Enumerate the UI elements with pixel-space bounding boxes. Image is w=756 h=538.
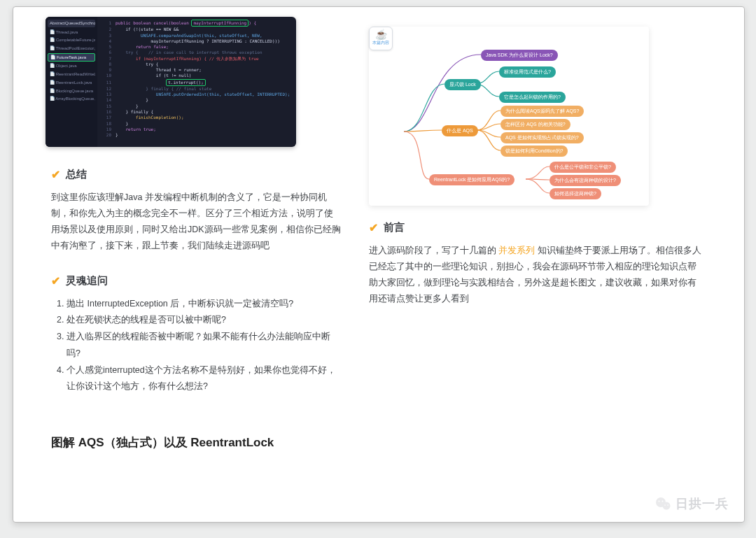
svg-point-4: [664, 504, 666, 506]
watermark: 日拱一兵: [654, 495, 729, 512]
svg-point-5: [667, 504, 668, 506]
soul-heading: ✔ 灵魂追问: [51, 274, 341, 288]
code-file-item: 📄 FutureTask.java: [48, 53, 95, 62]
check-icon: ✔: [369, 221, 378, 234]
code-tab: AbstractQueuedSynchronizer.java: [48, 20, 95, 27]
summary-heading: ✔ 总结: [51, 168, 341, 181]
code-body: 1public boolean cancel(boolean mayInterr…: [97, 17, 296, 147]
mindmap-node: 锁是如何利用Condition的?: [500, 146, 568, 157]
summary-paragraph: 到这里你应该理解Java 并发编程中断机制的含义了，它是一种协同机制，和你先入为…: [51, 190, 341, 255]
code-file-item: 📄 Object.java: [48, 62, 95, 70]
mindmap-node: 怎样区分 AQS 的相关功能?: [500, 119, 570, 130]
code-file-sidebar: AbstractQueuedSynchronizer.java 📄 Thread…: [46, 17, 97, 147]
mindmap-screenshot: ☕ 本篇内容 Java SDK 为什么要设计 Lock? 显式锁 Lock 标准…: [369, 27, 649, 206]
aqs-heading: 图解 AQS（独占式）以及 ReentrantLock: [51, 434, 341, 451]
mindmap-root-label: 本篇内容: [370, 40, 392, 46]
svg-point-3: [662, 501, 664, 502]
mindmap-node: 为什么阅读AQS源码先了解 AQS?: [500, 106, 584, 117]
preface-link[interactable]: 并发系列: [498, 246, 535, 255]
right-column: ☕ 本篇内容 Java SDK 为什么要设计 Lock? 显式锁 Lock 标准…: [355, 7, 744, 522]
code-file-item: 📄 ReentrantLock.java: [48, 79, 95, 87]
watermark-text: 日拱一兵: [676, 495, 729, 512]
mindmap-node: AQS 是如何实现独占式锁实现的?: [500, 132, 584, 143]
svg-point-2: [659, 501, 660, 502]
preface-pre: 进入源码阶段了，写了十几篇的: [369, 246, 498, 255]
mindmap-root: ☕ 本篇内容: [369, 27, 393, 50]
code-file-item: 📄 Thread.java: [48, 29, 95, 36]
svg-point-1: [663, 502, 671, 510]
mindmap-node: 如何选择这两种锁?: [550, 188, 601, 199]
code-file-item: 📄 BlockingQueue.java: [48, 87, 95, 95]
wechat-icon: [654, 495, 671, 512]
question-item: 处在死锁状态的线程是否可以被中断呢?: [66, 312, 341, 329]
document-sheet: AbstractQueuedSynchronizer.java 📄 Thread…: [13, 6, 745, 523]
questions-list: 抛出 InterruptedException 后，中断标识就一定被清空吗?处在…: [51, 296, 341, 396]
question-item: 抛出 InterruptedException 后，中断标识就一定被清空吗?: [66, 296, 341, 313]
java-cup-icon: ☕: [370, 27, 392, 41]
preface-heading: ✔ 前言: [369, 221, 702, 234]
soul-heading-text: 灵魂追问: [66, 274, 108, 288]
mindmap-node: ReentrantLock 是如何应用AQS的?: [429, 174, 514, 185]
check-icon: ✔: [51, 274, 60, 288]
question-item: 进入临界区的线程能否被中断呢？如果不能有什么办法能响应中断吗?: [66, 329, 341, 362]
mindmap-node: 什么是公平锁和非公平锁?: [550, 162, 616, 173]
code-file-item: 📄 ThreadPoolExecutor.java: [48, 45, 95, 52]
mindmap-node: 显式锁 Lock: [444, 79, 481, 90]
question-item: 个人感觉interrupted这个方法名称不是特别好，如果你也觉得不好，让你设计…: [66, 362, 341, 396]
code-file-item: 📄 ArrayBlockingQueue.java: [48, 95, 95, 103]
preface-paragraph: 进入源码阶段了，写了十几篇的 并发系列 知识铺垫终于要派上用场了。相信很多人已经…: [369, 243, 702, 308]
mindmap-node: 标准使用范式是什么?: [499, 66, 556, 78]
left-column: AbstractQueuedSynchronizer.java 📄 Thread…: [13, 7, 355, 522]
preface-heading-text: 前言: [384, 221, 405, 234]
summary-heading-text: 总结: [66, 168, 87, 181]
page-frame: AbstractQueuedSynchronizer.java 📄 Thread…: [0, 0, 756, 538]
code-screenshot: AbstractQueuedSynchronizer.java 📄 Thread…: [46, 17, 296, 147]
mindmap-node: Java SDK 为什么要设计 Lock?: [481, 50, 558, 61]
check-icon: ✔: [51, 168, 60, 181]
mindmap-node: 什么是 AQS: [442, 125, 478, 136]
mindmap-node: 为什么会有这两种锁的设计?: [550, 175, 621, 186]
code-file-item: 📄 ReentrantReadWriteLock.java: [48, 71, 95, 78]
code-file-item: 📄 CompletableFuture.java: [48, 36, 95, 44]
mindmap-node: 它是怎么起到锁的作用的?: [499, 92, 566, 103]
